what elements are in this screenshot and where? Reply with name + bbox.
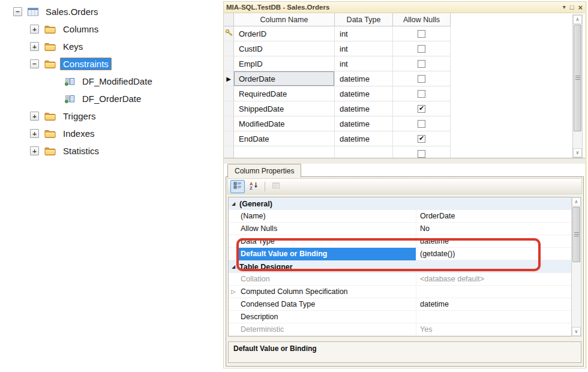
data-type-cell[interactable]: datetime [335,86,393,101]
expand-plus-icon[interactable]: + [30,42,39,51]
expand-property-icon[interactable]: ▷ [229,286,238,298]
allow-nulls-checkbox[interactable] [418,90,425,98]
category-collapse-icon[interactable]: ◢ [229,197,238,210]
property-label[interactable]: Condensed Data Type [238,298,416,311]
allow-nulls-checkbox[interactable] [418,30,425,38]
row-selector[interactable] [224,26,234,41]
grid-vertical-scrollbar[interactable]: ∧ ∨ [572,14,583,158]
grid-header-data-type[interactable]: Data Type [335,13,393,26]
property-category-table-designer[interactable]: ◢Table Designer [229,260,572,273]
column-name-cell[interactable]: CustID [234,41,335,56]
row-selector[interactable] [224,101,234,116]
data-type-cell[interactable]: int [335,26,393,41]
tree-item-label[interactable]: Statistics [60,145,102,157]
property-label[interactable]: Collation [238,273,416,286]
close-icon[interactable]: × [578,4,583,11]
column-name-cell[interactable]: RequiredDate [234,86,335,101]
data-type-cell[interactable]: int [335,56,393,71]
tree-item-constraints[interactable]: −Constraints [0,55,221,73]
allow-nulls-checkbox[interactable] [418,105,425,113]
column-name-cell[interactable]: EndDate [234,131,335,146]
property-row-default-value-or-binding[interactable]: Default Value or Binding(getdate()) [229,248,572,260]
expand-plus-icon[interactable]: + [30,146,39,155]
expand-plus-icon[interactable]: + [30,112,39,121]
property-value[interactable]: Yes [416,323,572,336]
property-value[interactable]: datetime [416,298,572,311]
property-value[interactable]: OrderDate [416,210,572,223]
grid-header-allow-nulls[interactable]: Allow Nulls [393,13,451,26]
allow-nulls-cell[interactable] [393,131,451,146]
expand-plus-icon[interactable]: + [30,25,39,34]
property-row-collation[interactable]: Collation<database default> [229,273,572,286]
category-collapse-icon[interactable]: ◢ [229,260,238,273]
data-type-cell[interactable]: datetime [335,116,393,131]
allow-nulls-cell[interactable] [393,71,451,86]
data-type-cell[interactable]: datetime [335,131,393,146]
tree-item-label[interactable]: Constraints [60,58,112,70]
tree-item-sales-orders[interactable]: −Sales.Orders [0,3,221,20]
property-category-general[interactable]: ◢(General) [229,197,572,210]
tree-item-label[interactable]: Triggers [60,110,98,122]
allow-nulls-cell[interactable] [393,56,451,71]
tree-item-label[interactable]: Indexes [60,127,98,140]
collapse-minus-icon[interactable]: − [30,59,39,68]
property-row-deterministic[interactable]: DeterministicYes [229,323,572,336]
row-selector[interactable] [224,86,234,101]
row-selector[interactable]: ▶ [224,71,234,86]
row-selector[interactable] [224,116,234,131]
property-row-description[interactable]: Description [229,311,572,323]
float-window-icon[interactable]: □ [570,4,574,11]
allow-nulls-checkbox[interactable] [418,60,425,68]
allow-nulls-checkbox[interactable] [418,135,425,143]
property-row-computed-column-specification[interactable]: ▷Computed Column Specification [229,286,572,298]
property-value[interactable]: No [416,223,572,235]
tree-item-label[interactable]: DF_ModifiedDate [79,75,155,88]
property-label[interactable]: Allow Nulls [238,223,416,235]
scrollbar-thumb[interactable] [574,25,581,131]
collapse-minus-icon[interactable]: − [13,7,22,16]
property-row-condensed-data-type[interactable]: Condensed Data Typedatetime [229,298,572,311]
row-selector[interactable] [224,41,234,56]
scroll-down-icon[interactable]: ∨ [572,327,581,336]
property-value[interactable]: (getdate()) [416,248,572,260]
allow-nulls-checkbox[interactable] [418,150,425,158]
tree-item-statistics[interactable]: +Statistics [0,142,221,160]
property-label[interactable]: Default Value or Binding [238,248,416,260]
property-value[interactable]: datetime [416,235,572,248]
scroll-up-icon[interactable]: ∧ [573,15,582,24]
tree-item-label[interactable]: Columns [60,23,101,35]
property-label[interactable]: Data Type [238,235,416,248]
column-name-cell[interactable]: OrderID [234,26,335,41]
tree-item-df-orderdate[interactable]: DF_OrderDate [0,90,221,107]
tree-item-label[interactable]: Sales.Orders [43,5,101,18]
allow-nulls-checkbox[interactable] [418,45,425,53]
column-name-cell[interactable]: ShippedDate [234,101,335,116]
dropdown-caret-icon[interactable]: ▾ [563,4,566,10]
property-row-allow-nulls[interactable]: Allow NullsNo [229,223,572,235]
allow-nulls-cell[interactable] [393,146,451,158]
property-label[interactable]: (Name) [238,210,416,223]
alphabetical-sort-button[interactable]: AZ [247,180,261,193]
property-label[interactable]: Description [238,311,416,323]
allow-nulls-cell[interactable] [393,101,451,116]
scrollbar-thumb[interactable] [572,207,580,262]
column-name-cell[interactable]: OrderDate [234,71,335,86]
tree-item-df-modifieddate[interactable]: DF_ModifiedDate [0,73,221,90]
data-type-cell[interactable]: int [335,41,393,56]
data-type-cell[interactable]: datetime [335,101,393,116]
allow-nulls-cell[interactable] [393,26,451,41]
row-selector[interactable] [224,131,234,146]
property-row-name[interactable]: (Name)OrderDate [229,210,572,223]
property-label[interactable]: Computed Column Specification [238,286,416,298]
property-value[interactable] [416,286,572,298]
properties-vertical-scrollbar[interactable]: ∧ ∨ [571,197,581,337]
data-type-cell[interactable] [335,146,393,158]
column-name-cell[interactable]: ModifiedDate [234,116,335,131]
property-value[interactable]: <database default> [416,273,572,286]
property-row-data-type[interactable]: Data Typedatetime [229,235,572,248]
grid-header-column-name[interactable]: Column Name [234,13,335,26]
column-name-cell[interactable]: EmpID [234,56,335,71]
allow-nulls-checkbox[interactable] [418,75,425,83]
tab-column-properties[interactable]: Column Properties [227,164,301,178]
tree-item-columns[interactable]: +Columns [0,20,221,38]
